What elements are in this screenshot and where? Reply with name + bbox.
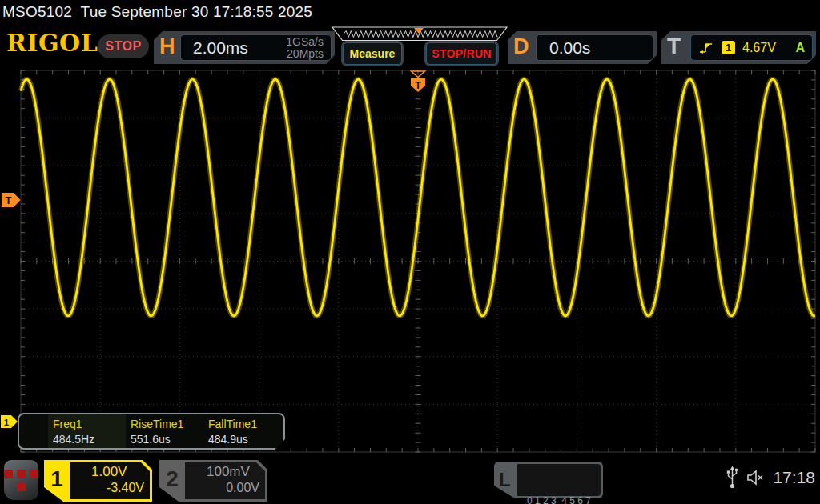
trigger-mode-indicator: A — [795, 41, 805, 55]
system-tray: 17:18 — [726, 466, 815, 490]
acquisition-status-badge: STOP — [98, 34, 149, 58]
delay-value: 0.00s — [537, 38, 590, 58]
svg-text:T: T — [6, 194, 12, 206]
sample-rate: 1GSa/s — [286, 36, 324, 48]
trigger-label: T — [667, 34, 681, 59]
trigger-level-value: 4.67V — [742, 41, 788, 55]
delay-label: D — [513, 34, 529, 59]
rigol-logo: RIGOL — [6, 29, 98, 57]
measurement-value: 484.9us — [208, 433, 281, 446]
svg-text:T: T — [415, 79, 421, 91]
status-bar: MSO5102 Tue September 30 17:18:55 2025 — [0, 0, 820, 24]
channel2-badge[interactable]: 2 100mV 0.00V — [159, 460, 267, 502]
channel2-scale: 100mV — [207, 464, 250, 480]
measurement-label: RiseTime1 — [131, 418, 203, 430]
trigger-level-marker[interactable]: T — [2, 193, 21, 207]
channel2-number: 2 — [159, 466, 185, 492]
channel1-badge[interactable]: 1 1.00V -3.40V — [44, 460, 152, 502]
timebase-value: 2.00ms — [181, 38, 286, 58]
model-name: MSO5102 — [2, 3, 72, 20]
measurement-item[interactable]: RiseTime1 551.6us — [126, 414, 203, 448]
logic-channels-badge[interactable]: L 0 1 2 3 4 5 6 7 8 9 10 11 12 13 14 15 — [494, 462, 603, 498]
horizontal-settings-button[interactable]: H 2.00ms 1GSa/s 20Mpts — [154, 31, 335, 64]
logic-row1: 0 1 2 3 4 5 6 7 — [517, 494, 601, 504]
sound-muted-icon — [746, 469, 766, 486]
acquisition-info: 1GSa/s 20Mpts — [286, 36, 331, 60]
channel1-level-marker[interactable]: 1 — [1, 415, 18, 428]
clock: 17:18 — [773, 468, 815, 487]
trigger-slope-icon — [698, 41, 714, 54]
measurement-item[interactable]: Freq1 484.5Hz — [48, 414, 126, 448]
delay-settings-button[interactable]: D 0.00s — [508, 31, 657, 64]
waveform-display[interactable]: T T 1 — [0, 67, 820, 456]
stop-run-button[interactable]: STOP/RUN — [426, 42, 497, 65]
channel1-number: 1 — [44, 466, 70, 492]
channel1-offset: -3.40V — [75, 481, 144, 495]
measurement-label: Freq1 — [53, 418, 126, 430]
bottom-bar: 1 1.00V -3.40V 2 100mV 0.00V L — [0, 456, 820, 504]
menu-grid-button[interactable] — [4, 460, 38, 500]
measurement-panel[interactable]: Freq1 484.5Hz RiseTime1 551.6us FallTime… — [18, 413, 285, 450]
header-bar: RIGOL STOP H 2.00ms 1GSa/s 20Mpts Measur… — [0, 24, 820, 67]
oscilloscope-screen: MSO5102 Tue September 30 17:18:55 2025 R… — [0, 0, 820, 504]
measurement-value: 484.5Hz — [53, 433, 126, 446]
svg-text:1: 1 — [4, 418, 10, 427]
memory-depth: 20Mpts — [286, 48, 324, 60]
trigger-settings-button[interactable]: T 1 4.67V A — [661, 31, 816, 64]
measurement-item[interactable]: FallTime1 484.9us — [203, 414, 281, 448]
trigger-source-badge: 1 — [722, 41, 735, 54]
channel1-scale: 1.00V — [91, 464, 127, 480]
logic-label: L — [499, 469, 511, 491]
measure-button[interactable]: Measure — [343, 42, 402, 65]
measurement-label: FallTime1 — [208, 418, 281, 430]
horizontal-label: H — [159, 34, 175, 59]
usb-icon — [726, 466, 738, 490]
datetime: Tue September 30 17:18:55 2025 — [81, 3, 312, 20]
measurement-value: 551.6us — [131, 433, 203, 446]
channel2-offset: 0.00V — [191, 481, 259, 495]
